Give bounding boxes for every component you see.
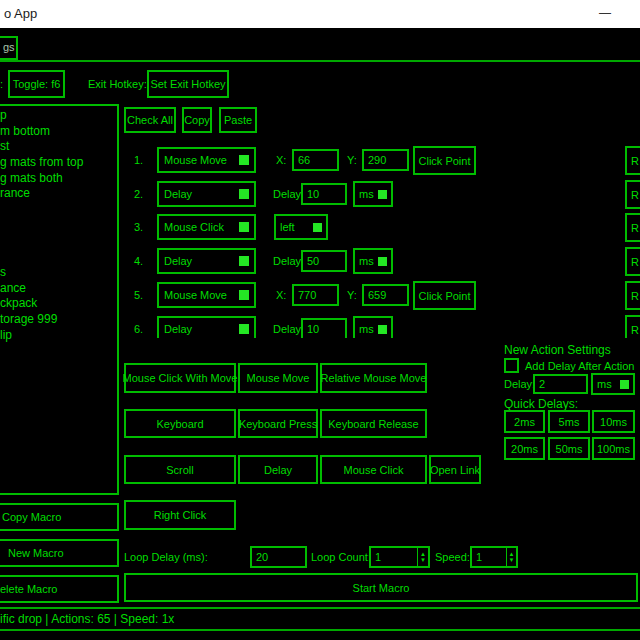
macro-list-item[interactable]: st (0, 139, 83, 155)
macro-list-item[interactable]: rance (0, 186, 83, 202)
speed-input[interactable] (472, 548, 506, 566)
new-macro-button[interactable]: New Macro (0, 539, 119, 567)
dropdown-indicator-icon (239, 155, 249, 165)
copy-macro-button[interactable]: Copy Macro (0, 503, 119, 531)
macro-list-item[interactable]: lip (0, 328, 83, 344)
delay-input[interactable] (301, 250, 347, 272)
remove-action-button[interactable]: R (625, 180, 640, 209)
add-mouse-click-with-move-button[interactable]: Mouse Click With Move (124, 363, 236, 393)
status-bar-text: ific drop | Actions: 65 | Speed: 1x (0, 612, 174, 626)
action-type-dropdown[interactable]: Delay (157, 316, 256, 338)
paste-button[interactable]: Paste (219, 107, 257, 133)
delay-input[interactable] (301, 318, 347, 338)
remove-action-button[interactable]: R (625, 247, 640, 276)
remove-action-button[interactable]: R (625, 315, 640, 338)
action-row: 2. Delay Delay ms (124, 180, 624, 210)
button-label: Right Click (154, 509, 207, 521)
x-label: X: (276, 289, 286, 301)
delay-unit-dropdown[interactable]: ms (353, 181, 393, 207)
quick-delay-10ms-button[interactable]: 10ms (592, 410, 635, 433)
add-keyboard-release-button[interactable]: Keyboard Release (320, 409, 427, 438)
settings-delay-input[interactable] (533, 374, 588, 394)
delay-unit-value: ms (355, 323, 378, 335)
settings-delay-unit-dropdown[interactable]: ms (591, 373, 635, 395)
quick-delay-100ms-button[interactable]: 100ms (592, 437, 635, 460)
tab-active[interactable]: gs (0, 36, 18, 60)
add-keyboard-press-button[interactable]: Keyboard Press (238, 409, 318, 438)
speed-stepper[interactable]: ▲ ▼ (470, 546, 518, 568)
remove-action-button[interactable]: R (625, 281, 640, 310)
button-label: Mouse Click (344, 464, 404, 476)
macro-listbox[interactable]: p m bottom st g mats from top g mats bot… (0, 104, 119, 495)
button-label: Scroll (166, 464, 194, 476)
macro-list-item[interactable]: g mats from top (0, 155, 83, 171)
macro-list-item[interactable]: p (0, 108, 83, 124)
y-input[interactable] (362, 284, 409, 306)
remove-action-button[interactable]: R (625, 146, 640, 175)
add-delay-after-action-label: Add Delay After Action (525, 360, 634, 372)
x-input[interactable] (292, 149, 339, 171)
click-point-button[interactable]: Click Point (413, 281, 476, 310)
action-type-dropdown[interactable]: Delay (157, 181, 256, 207)
add-mouse-click-button[interactable]: Mouse Click (320, 455, 427, 484)
macro-list-item[interactable] (0, 202, 83, 218)
copy-button[interactable]: Copy (182, 107, 212, 133)
click-point-button[interactable]: Click Point (413, 146, 476, 175)
macro-list-item[interactable]: m bottom (0, 124, 83, 140)
delay-label: Delay (273, 188, 301, 200)
macro-list-item[interactable] (0, 218, 83, 234)
mouse-button-dropdown[interactable]: left (274, 214, 328, 240)
check-all-label: Check All (127, 114, 173, 126)
add-open-link-button[interactable]: Open Link (429, 455, 481, 484)
stepper-down-icon[interactable]: ▼ (420, 557, 426, 563)
action-row-number: 2. (134, 188, 143, 200)
action-row: 4. Delay Delay ms (124, 247, 624, 277)
x-input[interactable] (292, 284, 339, 306)
macro-list-item[interactable] (0, 249, 83, 265)
add-delay-after-action-checkbox[interactable] (504, 358, 519, 373)
loop-delay-input[interactable] (250, 546, 307, 568)
toggle-hotkey-button[interactable]: Toggle: f6 (8, 70, 65, 98)
x-label: X: (276, 154, 286, 166)
macro-list-item[interactable]: torage 999 (0, 312, 83, 328)
loop-count-input[interactable] (371, 548, 417, 566)
add-relative-mouse-move-button[interactable]: Relative Mouse Move (320, 363, 427, 393)
action-type-dropdown[interactable]: Mouse Move (157, 147, 256, 173)
action-type-value: Mouse Click (159, 221, 239, 233)
stepper-down-icon[interactable]: ▼ (509, 557, 515, 563)
check-all-button[interactable]: Check All (124, 107, 176, 133)
delay-input[interactable] (301, 183, 347, 205)
delay-unit-dropdown[interactable]: ms (353, 316, 393, 338)
quick-delay-50ms-button[interactable]: 50ms (548, 437, 590, 460)
remove-label: R (631, 256, 639, 268)
dropdown-indicator-icon (239, 290, 249, 300)
action-type-dropdown[interactable]: Mouse Click (157, 214, 256, 240)
loop-count-stepper[interactable]: ▲ ▼ (369, 546, 430, 568)
quick-delay-5ms-button[interactable]: 5ms (548, 410, 590, 433)
y-input[interactable] (362, 149, 409, 171)
macro-list-item[interactable]: s (0, 265, 83, 281)
action-type-dropdown[interactable]: Delay (157, 248, 256, 274)
add-keyboard-button[interactable]: Keyboard (124, 409, 236, 438)
add-mouse-move-button[interactable]: Mouse Move (238, 363, 318, 393)
app-window: o App — gs : Toggle: f6 Exit Hotkey: Set… (0, 0, 640, 640)
action-type-dropdown[interactable]: Mouse Move (157, 282, 256, 308)
quick-delay-2ms-button[interactable]: 2ms (504, 410, 545, 433)
delete-macro-button[interactable]: elete Macro (0, 575, 119, 603)
macro-list-item[interactable]: g mats both (0, 171, 83, 187)
button-label: 10ms (600, 416, 627, 428)
add-right-click-button[interactable]: Right Click (124, 500, 236, 530)
minimize-button[interactable]: — (590, 0, 620, 26)
start-macro-button[interactable]: Start Macro (124, 573, 638, 602)
delay-unit-dropdown[interactable]: ms (353, 248, 393, 274)
button-label: 100ms (597, 443, 630, 455)
remove-action-button[interactable]: R (625, 213, 640, 242)
macro-list-item[interactable] (0, 234, 83, 250)
set-exit-hotkey-button[interactable]: Set Exit Hotkey (147, 70, 229, 98)
macro-list-item[interactable]: ckpack (0, 296, 83, 312)
add-delay-button[interactable]: Delay (238, 455, 318, 484)
macro-list-item[interactable]: ance (0, 281, 83, 297)
quick-delay-20ms-button[interactable]: 20ms (504, 437, 545, 460)
add-scroll-button[interactable]: Scroll (124, 455, 236, 484)
delay-unit-value: ms (355, 188, 378, 200)
